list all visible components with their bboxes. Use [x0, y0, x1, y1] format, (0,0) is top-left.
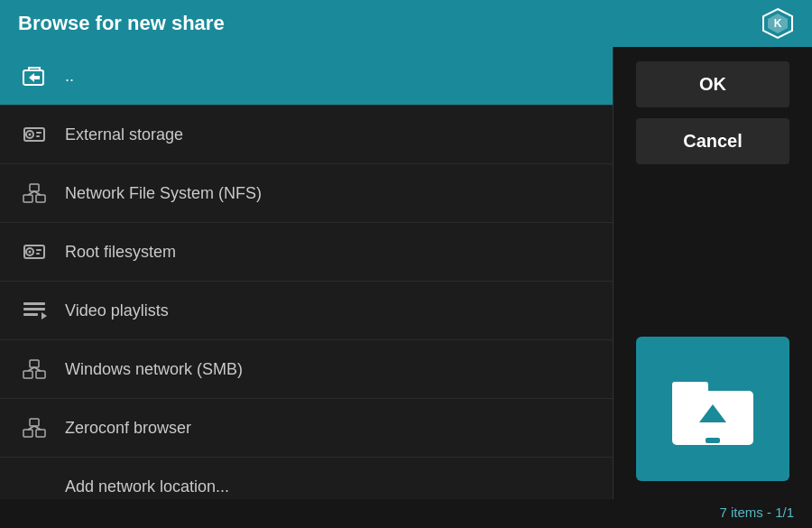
status-bar: 7 items - 1/1 — [0, 499, 812, 528]
zeroconf-icon — [18, 412, 51, 444]
storage-icon — [18, 118, 51, 151]
list-item-zeroconf[interactable]: Zeroconf browser — [0, 399, 613, 458]
list-item-smb[interactable]: Windows network (SMB) — [0, 340, 613, 399]
folder-preview — [636, 337, 789, 481]
playlist-icon — [18, 294, 51, 327]
content-area: .. External storage — [0, 47, 812, 499]
svg-text:K: K — [774, 17, 782, 30]
svg-marker-4 — [29, 73, 40, 82]
svg-rect-31 — [30, 419, 39, 426]
svg-rect-12 — [30, 184, 39, 191]
list-item-video-playlists-label: Video playlists — [65, 301, 169, 320]
svg-rect-9 — [36, 135, 40, 137]
svg-point-17 — [29, 251, 32, 254]
svg-rect-25 — [36, 371, 45, 378]
list-item-add-network-label: Add network location... — [65, 477, 229, 496]
list-item-nfs[interactable]: Network File System (NFS) — [0, 164, 613, 223]
svg-rect-19 — [36, 253, 40, 255]
list-item-root-filesystem[interactable]: Root filesystem — [0, 223, 613, 282]
list-item-back[interactable]: .. — [0, 47, 613, 106]
list-item-add-network[interactable]: Add network location... — [0, 458, 613, 499]
svg-rect-22 — [23, 313, 38, 316]
list-item-external-storage[interactable]: External storage — [0, 106, 613, 164]
list-item-video-playlists[interactable]: Video playlists — [0, 282, 613, 340]
list-item-root-filesystem-label: Root filesystem — [65, 243, 176, 262]
svg-rect-21 — [23, 308, 45, 310]
list-item-back-label: .. — [65, 67, 74, 86]
back-icon — [18, 60, 51, 92]
svg-marker-23 — [42, 312, 47, 320]
smb-icon — [18, 353, 51, 385]
ok-button[interactable]: OK — [636, 61, 789, 107]
add-network-icon — [18, 470, 51, 499]
status-text: 7 items - 1/1 — [719, 505, 794, 520]
svg-rect-11 — [36, 195, 45, 202]
svg-rect-24 — [23, 371, 32, 378]
svg-rect-29 — [23, 430, 32, 437]
title-bar: Browse for new share K — [0, 0, 812, 47]
kodi-logo-icon: K — [761, 7, 794, 40]
svg-point-7 — [29, 134, 32, 136]
svg-rect-20 — [23, 302, 45, 305]
svg-rect-35 — [672, 382, 708, 398]
sidebar: OK Cancel — [614, 47, 812, 499]
browse-dialog: Browse for new share K .. — [0, 0, 812, 528]
file-list: .. External storage — [0, 47, 614, 499]
list-item-zeroconf-label: Zeroconf browser — [65, 419, 191, 438]
cancel-button[interactable]: Cancel — [636, 118, 789, 164]
svg-rect-26 — [30, 360, 39, 367]
svg-rect-8 — [36, 132, 42, 134]
list-item-smb-label: Windows network (SMB) — [65, 360, 243, 379]
svg-rect-37 — [706, 438, 720, 443]
list-item-external-storage-label: External storage — [65, 125, 183, 144]
root-icon — [18, 236, 51, 268]
svg-rect-30 — [36, 430, 45, 437]
svg-rect-10 — [23, 195, 32, 202]
dialog-title: Browse for new share — [18, 12, 225, 35]
svg-rect-18 — [36, 249, 42, 251]
list-item-nfs-label: Network File System (NFS) — [65, 184, 262, 203]
nfs-icon — [18, 177, 51, 209]
